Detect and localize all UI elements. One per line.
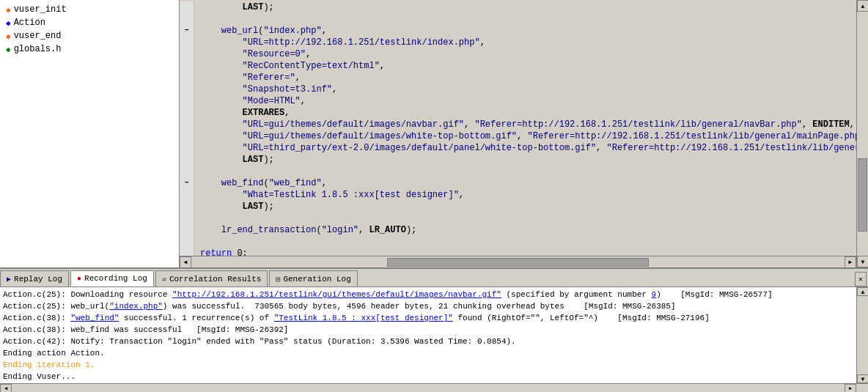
- log-line: Ending action Action.: [3, 347, 853, 359]
- code-line: [180, 212, 856, 224]
- globals-icon: ◆: [6, 45, 11, 54]
- generation-log-icon: ▤: [276, 275, 280, 284]
- log-body: Action.c(25): Downloading resource "http…: [0, 287, 868, 383]
- action-icon: ◆: [6, 18, 11, 28]
- code-line: "URL=http://192.168.1.251/testlink/index…: [180, 37, 856, 48]
- log-v-scroll-down-btn[interactable]: ▼: [857, 374, 868, 383]
- log-h-scroll-right[interactable]: ▶: [845, 384, 856, 393]
- log-h-scrollbar[interactable]: ◀ ▶: [0, 383, 868, 392]
- log-line: Action.c(38): web_find was successful [M…: [3, 324, 853, 336]
- gutter-collapse-btn[interactable]: −: [180, 25, 194, 37]
- tab-replay-log-label: Replay Log: [14, 275, 62, 284]
- gutter-btn: [180, 1, 194, 13]
- v-scrollbar[interactable]: ▲ ▼: [856, 0, 868, 267]
- sidebar-item-globals-h[interactable]: ◆ globals.h: [0, 42, 179, 56]
- gutter-btn: [180, 48, 194, 60]
- sidebar-item-action[interactable]: ◆ Action: [0, 16, 179, 29]
- log-line: Action.c(38): "web_find" successful. 1 r…: [3, 312, 853, 324]
- log-link-3[interactable]: "index.php": [109, 302, 163, 311]
- h-scroll-thumb[interactable]: [387, 258, 648, 267]
- code-lines: LAST); − web_url("index.php", "URL=http:…: [180, 1, 856, 256]
- sidebar: ◆ vuser_init ◆ Action ◆ vuser_end ◆ glob…: [0, 0, 180, 267]
- gutter-collapse-btn[interactable]: −: [180, 177, 194, 189]
- code-line: [180, 13, 856, 25]
- tab-generation-log[interactable]: ▤ Generation Log: [269, 270, 357, 286]
- log-link-5[interactable]: "TestLink 1.8.5 : xxx[test designer]": [274, 314, 453, 322]
- log-h-scroll-left[interactable]: ◀: [0, 384, 12, 393]
- gutter-btn: [180, 37, 194, 48]
- gutter-btn: [180, 201, 194, 212]
- log-v-scroll-up-btn[interactable]: ▲: [857, 287, 868, 296]
- tab-correlation-results-label: Correlation Results: [169, 275, 261, 284]
- log-link-4[interactable]: "web_find": [70, 314, 119, 322]
- correlation-icon: ⇄: [162, 275, 166, 284]
- close-icon: ✕: [858, 275, 863, 284]
- log-panel: ▶ Replay Log ● Recording Log ⇄ Correlati…: [0, 267, 868, 392]
- log-content[interactable]: Action.c(25): Downloading resource "http…: [0, 287, 856, 383]
- gutter-btn: [180, 95, 194, 107]
- recording-log-icon: ●: [77, 275, 81, 283]
- tab-recording-log[interactable]: ● Recording Log: [70, 270, 154, 286]
- log-link[interactable]: "http://192.168.1.251/testlink/gui/theme…: [172, 290, 501, 299]
- gutter-btn: [180, 236, 194, 248]
- log-link-2[interactable]: 9: [652, 290, 657, 299]
- v-scroll-up-btn[interactable]: ▲: [857, 0, 868, 12]
- replay-log-icon: ▶: [7, 275, 11, 284]
- sidebar-item-label: vuser_init: [14, 4, 67, 15]
- sidebar-item-label: Action: [14, 18, 45, 28]
- vuser-end-icon: ◆: [6, 32, 11, 41]
- panel-close-btn[interactable]: ✕: [855, 272, 867, 286]
- tab-generation-log-label: Generation Log: [283, 275, 350, 284]
- code-line: return 0;: [180, 248, 856, 256]
- gutter-btn: [180, 119, 194, 130]
- vuser-init-icon: ◆: [6, 5, 11, 15]
- code-line: lr_end_transaction("login", LR_AUTO);: [180, 224, 856, 236]
- code-line: "Resource=0",: [180, 48, 856, 60]
- code-line: "Referer=",: [180, 72, 856, 84]
- v-scroll-track[interactable]: [857, 12, 868, 256]
- v-scroll-down-btn[interactable]: ▼: [857, 256, 868, 267]
- h-scroll-right-btn[interactable]: ▶: [845, 256, 856, 268]
- sidebar-item-label: vuser_end: [14, 31, 62, 41]
- code-line: "URL=gui/themes/default/images/navbar.gi…: [180, 119, 856, 130]
- sidebar-item-vuser-end[interactable]: ◆ vuser_end: [0, 29, 179, 42]
- code-editor[interactable]: LAST); − web_url("index.php", "URL=http:…: [180, 0, 856, 256]
- log-line: Ending Vuser...: [3, 371, 853, 382]
- gutter-btn: [180, 72, 194, 84]
- code-line: [180, 166, 856, 177]
- gutter-btn: [180, 142, 194, 154]
- h-scroll-left-btn[interactable]: ◀: [180, 256, 191, 268]
- gutter-btn: [180, 212, 194, 224]
- log-line: Starting action vuser_end.: [3, 382, 853, 383]
- v-scroll-thumb[interactable]: [858, 158, 867, 232]
- code-line: − web_find("web_find",: [180, 177, 856, 189]
- code-line: "Snapshot=t3.inf",: [180, 84, 856, 95]
- editor-container: LAST); − web_url("index.php", "URL=http:…: [180, 0, 868, 267]
- gutter-btn: [180, 13, 194, 25]
- code-line: "What=TestLink 1.8.5 :xxx[test designer]…: [180, 189, 856, 201]
- log-line: Action.c(25): web_url("index.php") was s…: [3, 300, 853, 312]
- gutter-btn: [180, 130, 194, 142]
- log-line: Action.c(42): Notify: Transaction "login…: [3, 336, 853, 347]
- h-scroll-track[interactable]: [191, 258, 845, 267]
- gutter-btn: [180, 189, 194, 201]
- log-v-scrollbar[interactable]: ▲ ▼: [856, 287, 868, 383]
- log-v-scroll-track[interactable]: [857, 296, 868, 374]
- code-line: EXTRARES,: [180, 107, 856, 119]
- sidebar-item-label: globals.h: [14, 44, 62, 54]
- gutter-btn: [180, 84, 194, 95]
- tab-replay-log[interactable]: ▶ Replay Log: [0, 270, 69, 286]
- log-h-scroll-track[interactable]: [12, 385, 845, 392]
- sidebar-item-vuser-init[interactable]: ◆ vuser_init: [0, 3, 179, 16]
- gutter-btn: [180, 166, 194, 177]
- log-line-orange: Ending iteration 1.: [3, 359, 853, 371]
- code-line: LAST);: [180, 201, 856, 212]
- tab-correlation-results[interactable]: ⇄ Correlation Results: [155, 270, 268, 286]
- gutter-btn: [180, 107, 194, 119]
- log-line: Action.c(25): Downloading resource "http…: [3, 289, 853, 300]
- code-line: "URL=gui/themes/default/images/white-top…: [180, 130, 856, 142]
- h-scrollbar[interactable]: ◀ ▶: [180, 256, 856, 267]
- gutter-btn: [180, 60, 194, 72]
- gutter-btn: [180, 154, 194, 166]
- code-line: "RecContentType=text/html",: [180, 60, 856, 72]
